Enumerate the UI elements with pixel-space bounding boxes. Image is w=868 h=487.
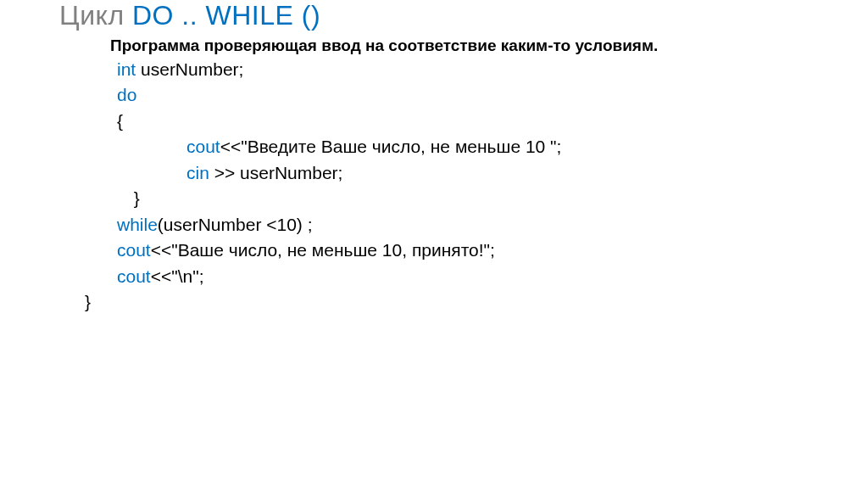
code-line-1: int userNumber; bbox=[117, 57, 809, 82]
code-line-9: cout<<"\n"; bbox=[117, 264, 809, 289]
code-line-3: { bbox=[117, 109, 809, 134]
keyword-cout: cout bbox=[186, 137, 220, 156]
title-prefix: Цикл bbox=[59, 0, 132, 31]
code-line-2: do bbox=[117, 82, 809, 108]
keyword-do: do bbox=[117, 85, 136, 104]
title-main: DO .. WHILE () bbox=[132, 0, 320, 31]
code-line-8: cout<<"Ваше число, не меньше 10, принято… bbox=[117, 238, 809, 263]
keyword-cout-2: cout bbox=[117, 240, 151, 260]
slide-subtitle: Программа проверяющая ввод на соответств… bbox=[110, 36, 809, 55]
code-line-4: cout<<"Введите Ваше число, не меньше 10 … bbox=[117, 134, 809, 160]
keyword-cin: cin bbox=[186, 163, 209, 182]
slide-content: Цикл DO .. WHILE () Программа проверяюща… bbox=[0, 0, 868, 332]
keyword-while: while bbox=[117, 215, 158, 234]
code-line-6: } bbox=[117, 186, 809, 211]
keyword-int: int bbox=[117, 59, 136, 79]
code-line-7: while(userNumber <10) ; bbox=[117, 212, 809, 238]
keyword-cout-3: cout bbox=[117, 266, 151, 286]
code-line-10: } bbox=[85, 289, 809, 315]
code-block: int userNumber; do { cout<<"Введите Ваше… bbox=[117, 57, 809, 315]
code-line-5: cin >> userNumber; bbox=[117, 160, 809, 186]
slide-title: Цикл DO .. WHILE () bbox=[59, 0, 809, 31]
